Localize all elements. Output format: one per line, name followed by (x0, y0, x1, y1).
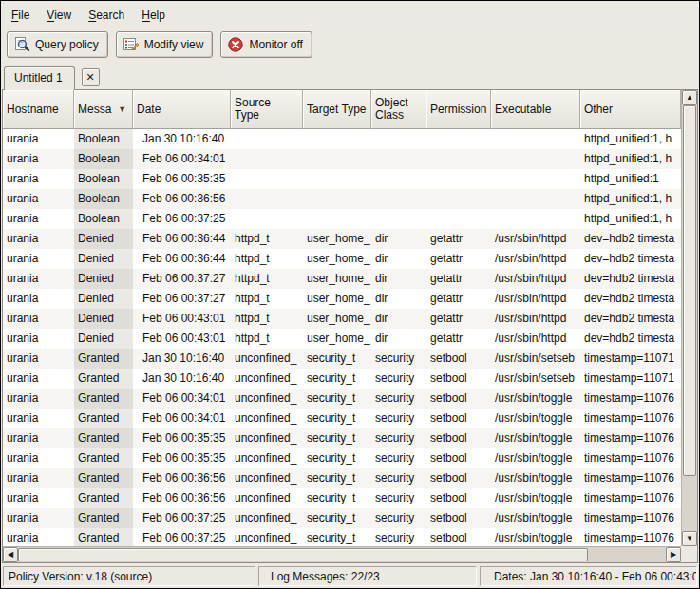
table-cell[interactable]: Boolean (74, 129, 133, 149)
table-cell[interactable]: /usr/sbin/toggle (491, 408, 580, 428)
table-cell[interactable]: unconfined_ (231, 528, 303, 546)
table-cell[interactable]: /usr/sbin/setseb (491, 369, 580, 389)
table-cell[interactable] (371, 189, 426, 209)
table-cell[interactable]: user_home_ (303, 229, 371, 249)
table-cell[interactable]: timestamp=11076 (580, 448, 681, 468)
table-cell[interactable]: Granted (74, 389, 133, 408)
table-cell[interactable]: timestamp=11076 (580, 508, 681, 528)
table-cell[interactable]: unconfined_ (231, 389, 303, 408)
table-cell[interactable]: Feb 06 00:43:01 (133, 329, 231, 349)
table-row[interactable]: uraniaBooleanFeb 06 00:34:01httpd_unifie… (3, 149, 681, 169)
table-cell[interactable]: setbool (426, 408, 491, 428)
table-row[interactable]: uraniaDeniedFeb 06 00:37:27httpd_tuser_h… (3, 269, 681, 289)
table-cell[interactable]: timestamp=11076 (580, 468, 681, 488)
table-cell[interactable]: urania (3, 289, 74, 309)
table-cell[interactable]: dir (371, 309, 426, 329)
table-cell[interactable]: urania (3, 209, 74, 229)
table-cell[interactable]: security_t (303, 428, 371, 448)
table-cell[interactable]: Granted (74, 468, 133, 488)
table-cell[interactable]: /usr/sbin/httpd (491, 289, 580, 309)
table-cell[interactable]: dir (371, 289, 426, 309)
table-row[interactable]: uraniaGrantedFeb 06 00:36:56unconfined_s… (3, 488, 681, 508)
column-header-permission[interactable]: Permission (426, 90, 491, 129)
table-cell[interactable]: urania (3, 189, 74, 209)
vertical-scrollbar-thumb[interactable] (683, 105, 696, 476)
table-cell[interactable]: security (371, 428, 426, 448)
table-row[interactable]: uraniaGrantedJan 30 10:16:40unconfined_s… (3, 369, 681, 389)
table-cell[interactable]: urania (3, 129, 74, 149)
table-cell[interactable]: /usr/sbin/toggle (491, 508, 580, 528)
table-cell[interactable]: urania (3, 369, 74, 389)
table-cell[interactable] (491, 149, 580, 169)
table-cell[interactable] (303, 129, 371, 149)
table-cell[interactable]: /usr/sbin/toggle (491, 428, 580, 448)
column-header-message[interactable]: Messa ▼ (74, 90, 133, 129)
table-cell[interactable] (303, 169, 371, 189)
table-cell[interactable] (426, 189, 491, 209)
table-cell[interactable]: Feb 06 00:43:01 (133, 309, 231, 329)
table-row[interactable]: uraniaBooleanFeb 06 00:35:35httpd_unifie… (3, 169, 681, 189)
table-cell[interactable]: httpd_unified:1, h (580, 189, 681, 209)
table-cell[interactable]: setbool (426, 428, 491, 448)
scroll-up-button[interactable]: ▲ (682, 90, 697, 105)
table-cell[interactable]: user_home_ (303, 309, 371, 329)
table-cell[interactable]: /usr/sbin/toggle (491, 528, 580, 546)
table-cell[interactable]: timestamp=11076 (580, 408, 681, 428)
table-cell[interactable]: Feb 06 00:34:01 (133, 389, 231, 408)
scroll-down-button[interactable]: ▼ (682, 531, 697, 546)
table-cell[interactable] (371, 209, 426, 229)
table-cell[interactable]: Jan 30 10:16:40 (133, 129, 231, 149)
table-cell[interactable]: Feb 06 00:34:01 (133, 408, 231, 428)
table-cell[interactable]: urania (3, 249, 74, 269)
table-cell[interactable]: /usr/sbin/httpd (491, 309, 580, 329)
scroll-right-button[interactable]: ▶ (666, 547, 681, 562)
table-cell[interactable]: /usr/sbin/toggle (491, 389, 580, 408)
table-cell[interactable]: security (371, 349, 426, 369)
table-cell[interactable]: Feb 06 00:36:56 (133, 468, 231, 488)
table-cell[interactable]: dev=hdb2 timesta (580, 329, 681, 349)
horizontal-scrollbar-thumb[interactable] (18, 548, 588, 561)
table-cell[interactable]: dir (371, 329, 426, 349)
table-cell[interactable]: security_t (303, 448, 371, 468)
table-cell[interactable]: Granted (74, 448, 133, 468)
table-cell[interactable]: timestamp=11076 (580, 528, 681, 546)
table-cell[interactable]: urania (3, 329, 74, 349)
table-cell[interactable]: setbool (426, 528, 491, 546)
table-cell[interactable]: Denied (74, 269, 133, 289)
menu-view[interactable]: View (38, 6, 80, 25)
table-cell[interactable]: urania (3, 528, 74, 546)
table-cell[interactable]: Granted (74, 508, 133, 528)
table-cell[interactable] (426, 149, 491, 169)
table-row[interactable]: uraniaGrantedFeb 06 00:34:01unconfined_s… (3, 389, 681, 408)
table-cell[interactable]: urania (3, 408, 74, 428)
table-cell[interactable]: dev=hdb2 timesta (580, 289, 681, 309)
table-cell[interactable] (231, 169, 303, 189)
table-cell[interactable]: setbool (426, 508, 491, 528)
table-cell[interactable]: httpd_unified:1, h (580, 209, 681, 229)
table-cell[interactable]: Boolean (74, 189, 133, 209)
table-cell[interactable]: httpd_unified:1, h (580, 149, 681, 169)
table-row[interactable]: uraniaDeniedFeb 06 00:43:01httpd_tuser_h… (3, 329, 681, 349)
table-cell[interactable]: unconfined_ (231, 468, 303, 488)
table-cell[interactable]: unconfined_ (231, 488, 303, 508)
table-cell[interactable]: urania (3, 269, 74, 289)
table-row[interactable]: uraniaDeniedFeb 06 00:36:44httpd_tuser_h… (3, 249, 681, 269)
table-row[interactable]: uraniaDeniedFeb 06 00:36:44httpd_tuser_h… (3, 229, 681, 249)
table-cell[interactable]: Boolean (74, 209, 133, 229)
table-cell[interactable]: httpd_t (231, 309, 303, 329)
column-header-executable[interactable]: Executable (491, 90, 580, 129)
table-cell[interactable] (371, 169, 426, 189)
table-cell[interactable]: /usr/sbin/httpd (491, 249, 580, 269)
table-cell[interactable]: security (371, 488, 426, 508)
table-cell[interactable] (371, 129, 426, 149)
table-row[interactable]: uraniaGrantedFeb 06 00:35:35unconfined_s… (3, 428, 681, 448)
table-cell[interactable]: timestamp=11071 (580, 369, 681, 389)
table-cell[interactable]: Granted (74, 528, 133, 546)
table-cell[interactable]: dev=hdb2 timesta (580, 229, 681, 249)
menu-file[interactable]: File (3, 6, 38, 25)
column-header-object-class[interactable]: Object Class (371, 90, 426, 129)
table-cell[interactable]: dir (371, 249, 426, 269)
table-cell[interactable]: httpd_t (231, 229, 303, 249)
table-cell[interactable]: security (371, 369, 426, 389)
table-cell[interactable]: unconfined_ (231, 408, 303, 428)
